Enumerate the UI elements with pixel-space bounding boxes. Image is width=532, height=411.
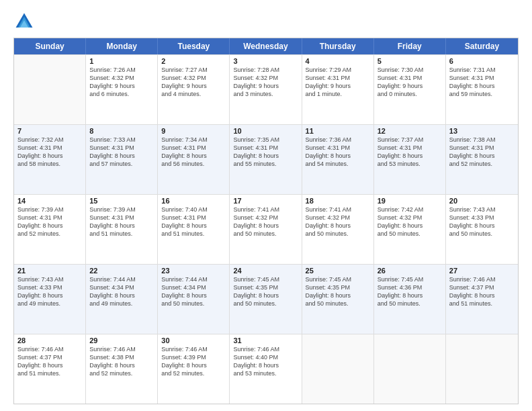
cell-info-line: Sunrise: 7:44 AM xyxy=(89,275,154,283)
cell-info-line: Daylight: 8 hours xyxy=(89,152,154,160)
day-number: 24 xyxy=(233,267,298,275)
cell-info-line: and 50 minutes. xyxy=(306,300,370,308)
cell-info-line: Sunrise: 7:45 AM xyxy=(378,275,442,283)
cell-info-line: Sunset: 4:31 PM xyxy=(306,74,370,82)
cell-info-line: Sunset: 4:32 PM xyxy=(306,214,370,222)
cell-info-line: and 0 minutes. xyxy=(378,90,442,98)
cell-info-line: Sunrise: 7:32 AM xyxy=(17,136,82,144)
day-number: 10 xyxy=(233,127,298,135)
cell-info-line: and 49 minutes. xyxy=(17,300,82,308)
cell-info-line: and 50 minutes. xyxy=(306,230,370,238)
day-number: 8 xyxy=(89,127,154,135)
cell-info-line: Sunrise: 7:46 AM xyxy=(17,345,82,353)
cell-info-line: Sunrise: 7:34 AM xyxy=(161,136,226,144)
cell-info-line: and 56 minutes. xyxy=(161,160,226,168)
cell-info-line: Daylight: 8 hours xyxy=(161,291,226,300)
cell-info-line: and 52 minutes. xyxy=(161,369,226,377)
cell-info-line: Daylight: 8 hours xyxy=(378,291,442,300)
calendar-body: 1Sunrise: 7:26 AMSunset: 4:32 PMDaylight… xyxy=(14,54,518,404)
cell-info-line: and 53 minutes. xyxy=(233,369,298,377)
cell-info-line: and 51 minutes. xyxy=(449,300,515,308)
day-number: 6 xyxy=(449,57,515,65)
day-number: 15 xyxy=(89,197,154,205)
day-number: 9 xyxy=(161,127,226,135)
day-number: 18 xyxy=(306,197,370,205)
calendar-cell: 14Sunrise: 7:39 AMSunset: 4:31 PMDayligh… xyxy=(14,195,86,264)
cell-info-line: Sunrise: 7:27 AM xyxy=(161,66,226,74)
cell-info-line: Sunset: 4:31 PM xyxy=(233,144,298,152)
logo-icon xyxy=(13,11,35,32)
calendar-cell: 2Sunrise: 7:27 AMSunset: 4:32 PMDaylight… xyxy=(158,55,230,124)
cell-info-line: and 3 minutes. xyxy=(233,90,298,98)
cell-info-line: and 50 minutes. xyxy=(449,230,515,238)
cell-info-line: Daylight: 8 hours xyxy=(233,152,298,160)
cell-info-line: Daylight: 9 hours xyxy=(378,82,442,90)
day-number: 23 xyxy=(161,267,226,275)
cell-info-line: Daylight: 8 hours xyxy=(449,82,515,90)
cell-info-line: Sunrise: 7:39 AM xyxy=(89,205,154,214)
calendar-cell: 5Sunrise: 7:30 AMSunset: 4:31 PMDaylight… xyxy=(374,55,446,124)
cell-info-line: Sunset: 4:33 PM xyxy=(17,283,82,291)
cell-info-line: Daylight: 8 hours xyxy=(378,152,442,160)
cell-info-line: Sunset: 4:36 PM xyxy=(378,283,442,291)
cell-info-line: and 58 minutes. xyxy=(17,160,82,168)
calendar-cell: 20Sunrise: 7:43 AMSunset: 4:33 PMDayligh… xyxy=(446,195,518,264)
cell-info-line: Daylight: 8 hours xyxy=(306,222,370,230)
calendar-cell xyxy=(446,334,518,404)
cell-info-line: and 50 minutes. xyxy=(161,300,226,308)
cell-info-line: and 59 minutes. xyxy=(449,90,515,98)
calendar-cell: 18Sunrise: 7:41 AMSunset: 4:32 PMDayligh… xyxy=(302,195,374,264)
day-number: 7 xyxy=(17,127,82,135)
cell-info-line: Sunset: 4:31 PM xyxy=(161,144,226,152)
cell-info-line: Sunset: 4:32 PM xyxy=(161,74,226,82)
cell-info-line: Daylight: 8 hours xyxy=(306,152,370,160)
cell-info-line: Sunset: 4:33 PM xyxy=(449,214,515,222)
cell-info-line: Daylight: 8 hours xyxy=(233,361,298,369)
cell-info-line: Sunset: 4:39 PM xyxy=(161,353,226,361)
cell-info-line: Daylight: 8 hours xyxy=(161,152,226,160)
cell-info-line: and 52 minutes. xyxy=(17,230,82,238)
day-number: 27 xyxy=(449,267,515,275)
cell-info-line: Sunset: 4:31 PM xyxy=(89,144,154,152)
cell-info-line: Sunset: 4:32 PM xyxy=(89,74,154,82)
cell-info-line: Daylight: 8 hours xyxy=(378,222,442,230)
calendar-cell: 30Sunrise: 7:46 AMSunset: 4:39 PMDayligh… xyxy=(158,334,230,404)
cell-info-line: Sunset: 4:31 PM xyxy=(306,144,370,152)
cell-info-line: Daylight: 9 hours xyxy=(233,82,298,90)
day-number: 22 xyxy=(89,267,154,275)
day-number: 30 xyxy=(161,336,226,345)
cell-info-line: and 54 minutes. xyxy=(306,160,370,168)
cell-info-line: Sunrise: 7:37 AM xyxy=(378,136,442,144)
cell-info-line: Sunrise: 7:42 AM xyxy=(378,205,442,214)
cell-info-line: Sunrise: 7:40 AM xyxy=(161,205,226,214)
cell-info-line: and 4 minutes. xyxy=(161,90,226,98)
cell-info-line: Sunset: 4:31 PM xyxy=(17,144,82,152)
calendar-header-cell: Thursday xyxy=(302,38,374,54)
cell-info-line: Sunrise: 7:39 AM xyxy=(17,205,82,214)
calendar-cell: 24Sunrise: 7:45 AMSunset: 4:35 PMDayligh… xyxy=(230,265,302,334)
cell-info-line: Sunrise: 7:46 AM xyxy=(449,275,515,283)
cell-info-line: Sunrise: 7:46 AM xyxy=(161,345,226,353)
calendar-cell: 22Sunrise: 7:44 AMSunset: 4:34 PMDayligh… xyxy=(86,265,158,334)
calendar: SundayMondayTuesdayWednesdayThursdayFrid… xyxy=(13,38,519,404)
day-number: 29 xyxy=(89,336,154,345)
cell-info-line: Daylight: 8 hours xyxy=(89,222,154,230)
cell-info-line: Sunrise: 7:44 AM xyxy=(161,275,226,283)
cell-info-line: and 49 minutes. xyxy=(89,300,154,308)
cell-info-line: Sunset: 4:37 PM xyxy=(17,353,82,361)
calendar-cell: 13Sunrise: 7:38 AMSunset: 4:31 PMDayligh… xyxy=(446,125,518,194)
calendar-cell: 23Sunrise: 7:44 AMSunset: 4:34 PMDayligh… xyxy=(158,265,230,334)
calendar-cell: 17Sunrise: 7:41 AMSunset: 4:32 PMDayligh… xyxy=(230,195,302,264)
calendar-cell: 8Sunrise: 7:33 AMSunset: 4:31 PMDaylight… xyxy=(86,125,158,194)
cell-info-line: Sunset: 4:37 PM xyxy=(449,283,515,291)
cell-info-line: Sunrise: 7:45 AM xyxy=(306,275,370,283)
day-number: 25 xyxy=(306,267,370,275)
cell-info-line: Daylight: 8 hours xyxy=(306,291,370,300)
cell-info-line: Sunrise: 7:46 AM xyxy=(89,345,154,353)
calendar-header-cell: Monday xyxy=(86,38,158,54)
day-number: 3 xyxy=(233,57,298,65)
calendar-cell: 1Sunrise: 7:26 AMSunset: 4:32 PMDaylight… xyxy=(86,55,158,124)
calendar-header-cell: Saturday xyxy=(446,38,518,54)
cell-info-line: and 50 minutes. xyxy=(378,230,442,238)
cell-info-line: Daylight: 8 hours xyxy=(17,361,82,369)
